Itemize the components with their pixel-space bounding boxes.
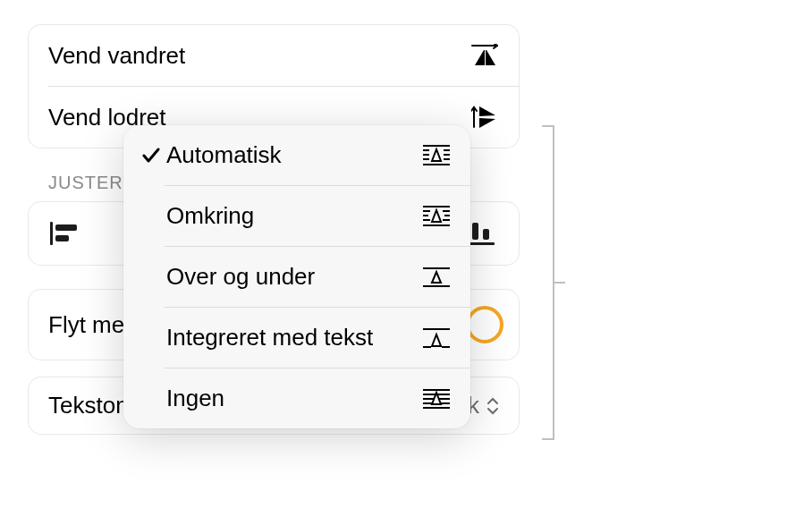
popup-item-ingen[interactable]: Ingen xyxy=(123,368,470,428)
align-bottom-icon[interactable] xyxy=(467,220,499,247)
popup-item-over-og-under[interactable]: Over og under xyxy=(123,247,470,307)
flip-horizontal-icon xyxy=(470,41,499,70)
svg-rect-0 xyxy=(50,222,53,245)
svg-rect-16 xyxy=(444,149,450,151)
popup-item-label: Over og under xyxy=(165,263,420,291)
svg-rect-17 xyxy=(423,154,429,156)
svg-rect-4 xyxy=(472,223,478,240)
svg-rect-26 xyxy=(444,215,450,216)
svg-rect-28 xyxy=(443,219,450,221)
svg-rect-32 xyxy=(423,328,450,330)
wrap-around-icon xyxy=(420,205,453,228)
chevrons-up-down-icon xyxy=(486,396,499,416)
svg-rect-19 xyxy=(423,158,429,160)
svg-rect-29 xyxy=(423,224,450,226)
flip-vertical-icon xyxy=(470,103,499,131)
wrap-auto-icon xyxy=(420,144,453,167)
popup-item-label: Ingen xyxy=(165,385,420,412)
svg-rect-20 xyxy=(444,158,450,160)
svg-rect-23 xyxy=(423,210,430,212)
svg-rect-2 xyxy=(55,235,69,241)
svg-rect-33 xyxy=(423,346,431,348)
popup-item-automatisk[interactable]: Automatisk xyxy=(123,125,470,185)
svg-rect-5 xyxy=(483,229,489,240)
svg-rect-24 xyxy=(443,210,450,212)
popup-item-integreret[interactable]: Integreret med tekst xyxy=(123,308,470,368)
svg-rect-3 xyxy=(469,242,495,245)
toggle-indicator[interactable] xyxy=(466,306,503,343)
wrap-inline-icon xyxy=(420,326,453,350)
svg-rect-25 xyxy=(423,215,428,216)
svg-rect-14 xyxy=(423,145,450,147)
callout-bracket xyxy=(553,125,569,440)
svg-rect-18 xyxy=(444,154,450,156)
svg-rect-21 xyxy=(423,164,450,165)
svg-rect-30 xyxy=(423,267,450,269)
svg-rect-22 xyxy=(423,206,450,207)
svg-rect-15 xyxy=(423,149,429,151)
checkmark-icon xyxy=(138,148,165,164)
popup-item-omkring[interactable]: Omkring xyxy=(123,186,470,246)
svg-rect-27 xyxy=(423,219,430,221)
popup-item-label: Integreret med tekst xyxy=(165,324,420,351)
svg-rect-34 xyxy=(442,346,450,348)
svg-rect-31 xyxy=(423,285,450,287)
text-wrap-popup: Automatisk Omkring xyxy=(123,125,470,428)
svg-rect-1 xyxy=(55,224,77,231)
wrap-above-below-icon xyxy=(420,266,453,289)
popup-item-label: Omkring xyxy=(165,202,420,230)
flip-horizontal-label: Vend vandret xyxy=(48,42,185,70)
align-left-icon[interactable] xyxy=(48,220,80,247)
svg-rect-39 xyxy=(423,407,450,409)
wrap-none-icon xyxy=(420,387,453,411)
popup-item-label: Automatisk xyxy=(165,141,420,169)
flip-horizontal-row[interactable]: Vend vandret xyxy=(29,25,519,86)
